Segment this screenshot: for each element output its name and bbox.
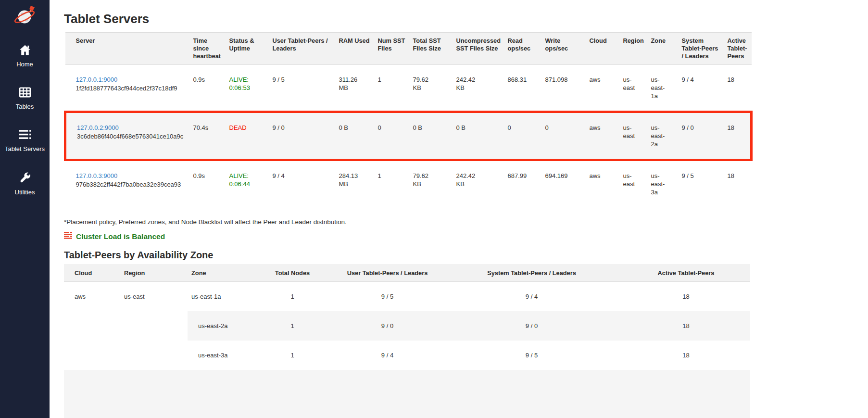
col-region: Region bbox=[619, 33, 647, 65]
sidebar-item-utilities[interactable]: Utilities bbox=[0, 171, 50, 196]
cell-user-tablet-peers: 9 / 0 bbox=[269, 112, 335, 160]
cell-read-ops: 868.31 bbox=[504, 65, 541, 112]
cell-zone: us-east-3a bbox=[647, 160, 678, 207]
cell-user-tablet-peers: 9 / 4 bbox=[333, 341, 441, 370]
cell-system-tablet-peers: 9 / 5 bbox=[678, 160, 724, 207]
tables-grid-icon bbox=[18, 86, 32, 100]
cell-cloud: aws bbox=[586, 65, 619, 112]
home-icon bbox=[18, 44, 32, 58]
cell-zone: us-east-3a bbox=[188, 341, 252, 370]
col-uncompressed-sst-size: Uncompressed SST Files Size bbox=[453, 33, 504, 65]
cell-region: us-east bbox=[619, 160, 647, 207]
cell-total-sst-size: 79.62 KB bbox=[409, 65, 453, 112]
cluster-load-label: Cluster Load is Balanced bbox=[76, 232, 165, 241]
col-total-sst-size: Total SST Files Size bbox=[409, 33, 453, 65]
col-zone: Zone bbox=[188, 265, 252, 282]
server-link[interactable]: 127.0.0.1:9000 bbox=[76, 76, 118, 83]
cell-uncompressed-sst-size: 0 B bbox=[453, 112, 504, 160]
cell-total-nodes: 1 bbox=[252, 341, 333, 370]
col-user-tablet-peers: User Tablet-Peers / Leaders bbox=[269, 33, 335, 65]
col-status-uptime: Status & Uptime bbox=[226, 33, 269, 65]
servers-table-header-row: Server Time since heartbeat Status & Upt… bbox=[65, 33, 752, 65]
sidebar-item-label: Utilities bbox=[15, 189, 35, 196]
az-table-partial-row-cell bbox=[64, 370, 750, 418]
server-link[interactable]: 127.0.0.3:9000 bbox=[76, 172, 118, 179]
cell-active-tablet-peers: 18 bbox=[622, 311, 750, 341]
cell-read-ops: 687.99 bbox=[504, 160, 541, 207]
server-row-1: 127.0.0.1:9000 1f2fd188777643cf944ced2f3… bbox=[65, 65, 752, 112]
sidebar-item-home[interactable]: Home bbox=[0, 44, 50, 68]
col-user-tablet-peers: User Tablet-Peers / Leaders bbox=[333, 265, 441, 282]
cell-heartbeat: 0.9s bbox=[189, 160, 226, 207]
cell-num-sst-files: 1 bbox=[374, 160, 409, 207]
cell-read-ops: 0 bbox=[504, 112, 541, 160]
page-title: Tablet Servers bbox=[64, 12, 868, 26]
cell-total-sst-size: 79.62 KB bbox=[409, 160, 453, 207]
status-text: ALIVE: bbox=[229, 172, 265, 180]
cell-user-tablet-peers: 9 / 5 bbox=[333, 282, 441, 312]
planet-rocket-logo-icon[interactable] bbox=[13, 3, 38, 28]
cell-num-sst-files: 0 bbox=[374, 112, 409, 160]
sidebar-item-label: Tablet Servers bbox=[5, 145, 45, 152]
sidebar-nav: Home Tables bbox=[0, 44, 50, 214]
cell-zone: us-east-2a bbox=[188, 311, 252, 341]
cell-uncompressed-sst-size: 242.42 KB bbox=[453, 65, 504, 112]
cell-server: 127.0.0.1:9000 1f2fd188777643cf944ced2f3… bbox=[65, 65, 189, 112]
server-uuid: 976b382c2ff442f7ba0bea32e39cea93 bbox=[76, 180, 186, 189]
az-row-us-east-1a: aws us-east us-east-1a 1 9 / 5 9 / 4 18 bbox=[64, 282, 750, 312]
sidebar-item-label: Tables bbox=[16, 103, 34, 110]
col-server: Server bbox=[65, 33, 189, 65]
cell-cloud: aws bbox=[586, 112, 619, 160]
cell-server: 127.0.0.3:9000 976b382c2ff442f7ba0bea32e… bbox=[65, 160, 189, 207]
balance-bars-icon bbox=[64, 232, 72, 241]
cell-zone: us-east-1a bbox=[647, 65, 678, 112]
col-system-tablet-peers: System Tablet-Peers / Leaders bbox=[678, 33, 724, 65]
cell-active-tablet-peers: 18 bbox=[622, 282, 750, 312]
col-write-ops: Write ops/sec bbox=[541, 33, 586, 65]
server-link[interactable]: 127.0.0.2:9000 bbox=[77, 124, 119, 131]
cell-ram-used: 0 B bbox=[335, 112, 374, 160]
cell-total-sst-size: 0 B bbox=[409, 112, 453, 160]
az-table-partial-row bbox=[64, 370, 750, 418]
cell-active-tablet-peers: 18 bbox=[724, 65, 752, 112]
sidebar-item-label: Home bbox=[16, 61, 33, 68]
col-active-tablet-peers: Active Tablet-Peers bbox=[724, 33, 752, 65]
cell-region: us-east bbox=[619, 112, 647, 160]
col-cloud: Cloud bbox=[64, 265, 120, 282]
server-row-3: 127.0.0.3:9000 976b382c2ff442f7ba0bea32e… bbox=[65, 160, 752, 207]
wrench-icon bbox=[19, 171, 31, 186]
cell-status: DEAD bbox=[226, 112, 269, 160]
cell-region: us-east bbox=[120, 282, 188, 370]
app-root: Home Tables bbox=[0, 0, 868, 418]
col-num-sst-files: Num SST Files bbox=[374, 33, 409, 65]
main-content: Tablet Servers Server Time since heartbe… bbox=[50, 0, 868, 418]
col-heartbeat: Time since heartbeat bbox=[189, 33, 226, 65]
cell-system-tablet-peers: 9 / 0 bbox=[441, 311, 622, 341]
cell-active-tablet-peers: 18 bbox=[724, 160, 752, 207]
sidebar-item-tablet-servers[interactable]: Tablet Servers bbox=[0, 128, 50, 152]
server-row-2-dead-highlighted: 127.0.0.2:9000 3c6deb86f40c4f668e5763041… bbox=[65, 112, 752, 160]
cell-system-tablet-peers: 9 / 5 bbox=[441, 341, 622, 370]
server-uuid: 1f2fd188777643cf944ced2f37c18df9 bbox=[76, 84, 186, 92]
server-uuid: 3c6deb86f40c4f668e5763041ce10a9c bbox=[77, 132, 186, 140]
cell-active-tablet-peers: 18 bbox=[622, 341, 750, 370]
cell-write-ops: 694.169 bbox=[541, 160, 586, 207]
cell-total-nodes: 1 bbox=[252, 282, 333, 312]
status-text: ALIVE: bbox=[229, 76, 265, 84]
col-read-ops: Read ops/sec bbox=[504, 33, 541, 65]
tablet-peers-by-az-table: Cloud Region Zone Total Nodes User Table… bbox=[64, 265, 750, 418]
az-section-title: Tablet-Peers by Availability Zone bbox=[64, 250, 868, 261]
col-cloud: Cloud bbox=[586, 33, 619, 65]
cell-write-ops: 0 bbox=[541, 112, 586, 160]
cell-user-tablet-peers: 9 / 4 bbox=[269, 160, 335, 207]
cell-user-tablet-peers: 9 / 5 bbox=[269, 65, 335, 112]
cell-zone: us-east-1a bbox=[188, 282, 252, 312]
tablet-servers-table: Server Time since heartbeat Status & Upt… bbox=[64, 32, 753, 207]
cell-system-tablet-peers: 9 / 4 bbox=[441, 282, 622, 312]
col-system-tablet-peers: System Tablet-Peers / Leaders bbox=[441, 265, 622, 282]
cell-total-nodes: 1 bbox=[252, 311, 333, 341]
col-active-tablet-peers: Active Tablet-Peers bbox=[622, 265, 750, 282]
sidebar-item-tables[interactable]: Tables bbox=[0, 86, 50, 110]
uptime-text: 0:06:44 bbox=[229, 180, 265, 188]
cell-system-tablet-peers: 9 / 4 bbox=[678, 65, 724, 112]
